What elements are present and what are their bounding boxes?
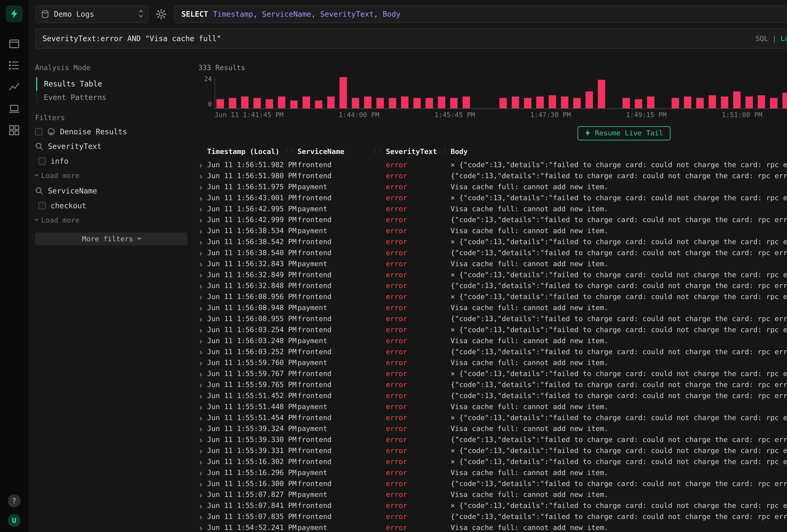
nav-dashboards-icon[interactable] — [7, 123, 21, 137]
table-row[interactable]: Jun 11 1:55:07.841 PMfrontenderror× {"co… — [198, 500, 787, 511]
row-expander-icon[interactable] — [198, 490, 207, 498]
table-row[interactable]: Jun 11 1:56:38.542 PMfrontenderror× {"co… — [198, 236, 787, 247]
row-expander-icon[interactable] — [198, 259, 207, 268]
table-row[interactable]: Jun 11 1:55:59.765 PMfrontenderror{"code… — [198, 379, 787, 390]
source-settings-button[interactable] — [154, 5, 169, 23]
table-row[interactable]: Jun 11 1:54:52.241 PMpaymenterrorVisa ca… — [198, 522, 787, 532]
row-expander-icon[interactable] — [198, 480, 207, 488]
help-button[interactable]: ? — [8, 494, 20, 507]
row-expander-icon[interactable] — [198, 523, 207, 532]
table-row[interactable]: Jun 11 1:55:39.324 PMpaymenterrorVisa ca… — [198, 423, 787, 434]
table-row[interactable]: Jun 11 1:56:42.999 PMfrontenderror{"code… — [198, 214, 787, 225]
row-expander-icon[interactable] — [198, 161, 207, 169]
row-expander-icon[interactable] — [198, 271, 207, 279]
row-expander-icon[interactable] — [198, 380, 207, 389]
row-expander-icon[interactable] — [198, 315, 207, 323]
filter-group-servicename[interactable]: ServiceName — [35, 187, 188, 195]
table-row[interactable]: Jun 11 1:55:51.448 PMpaymenterrorVisa ca… — [198, 401, 787, 412]
denoise-checkbox[interactable] — [35, 128, 42, 135]
table-row[interactable]: Jun 11 1:56:03.252 PMfrontenderror{"code… — [198, 346, 787, 357]
load-more-servicename[interactable]: Load more — [35, 216, 188, 224]
column-resize-handle-icon[interactable]: ⋮⋮ — [373, 147, 382, 154]
table-row[interactable]: Jun 11 1:56:32.849 PMfrontenderror× {"co… — [198, 269, 787, 280]
table-row[interactable]: Jun 11 1:55:39.330 PMfrontenderror{"code… — [198, 434, 787, 445]
row-expander-icon[interactable] — [198, 402, 207, 411]
load-more-severitytext[interactable]: Load more — [35, 171, 188, 180]
row-expander-icon[interactable] — [198, 369, 207, 378]
nav-sessions-icon[interactable] — [7, 102, 21, 115]
table-row[interactable]: Jun 11 1:55:16.296 PMpaymenterrorVisa ca… — [198, 467, 787, 478]
row-expander-icon[interactable] — [198, 194, 207, 202]
column-header-body[interactable]: Body — [451, 147, 787, 156]
row-expander-icon[interactable] — [198, 501, 207, 510]
histogram-bars[interactable] — [215, 78, 787, 109]
filter-option-info[interactable]: info — [35, 157, 188, 165]
table-row[interactable]: Jun 11 1:55:07.835 PMfrontenderror{"code… — [198, 511, 787, 522]
table-row[interactable]: Jun 11 1:56:03.254 PMfrontenderror× {"co… — [198, 324, 787, 335]
table-row[interactable]: Jun 11 1:56:43.001 PMfrontenderror× {"co… — [198, 192, 787, 203]
row-expander-icon[interactable] — [198, 446, 207, 455]
column-resize-handle-icon[interactable]: ⋮⋮ — [437, 147, 447, 154]
row-expander-icon[interactable] — [198, 237, 207, 246]
row-expander-icon[interactable] — [198, 512, 207, 521]
user-avatar[interactable]: U — [8, 514, 20, 527]
sql-mode-label[interactable]: SQL — [756, 34, 768, 43]
search-input[interactable]: SeverityText:error AND "Visa cache full"… — [35, 28, 787, 49]
table-row[interactable]: Jun 11 1:56:51.982 PMfrontenderror× {"co… — [198, 159, 787, 170]
table-row[interactable]: Jun 11 1:55:51.454 PMfrontenderror× {"co… — [198, 412, 787, 423]
row-expander-icon[interactable] — [198, 172, 207, 180]
row-expander-icon[interactable] — [198, 457, 207, 466]
row-expander-icon[interactable] — [198, 215, 207, 224]
source-select[interactable]: Demo Logs — [35, 5, 148, 23]
column-header-severitytext[interactable]: SeverityText⋮⋮ — [386, 147, 450, 156]
row-expander-icon[interactable] — [198, 413, 207, 422]
table-row[interactable]: Jun 11 1:56:38.540 PMfrontenderror{"code… — [198, 247, 787, 258]
table-row[interactable]: Jun 11 1:56:42.995 PMpaymenterrorVisa ca… — [198, 203, 787, 214]
table-row[interactable]: Jun 11 1:55:07.827 PMpaymenterrorVisa ca… — [198, 489, 787, 500]
table-row[interactable]: Jun 11 1:56:08.948 PMpaymenterrorVisa ca… — [198, 302, 787, 313]
resume-live-tail-button[interactable]: Resume Live Tail — [577, 126, 671, 141]
table-row[interactable]: Jun 11 1:56:32.848 PMfrontenderror{"code… — [198, 280, 787, 291]
denoise-results-toggle[interactable]: Denoise Results — [35, 127, 188, 136]
table-row[interactable]: Jun 11 1:56:08.956 PMfrontenderror× {"co… — [198, 291, 787, 302]
column-resize-handle-icon[interactable]: ⋮⋮ — [284, 147, 293, 154]
table-row[interactable]: Jun 11 1:55:59.760 PMpaymenterrorVisa ca… — [198, 357, 787, 368]
table-row[interactable]: Jun 11 1:56:08.955 PMfrontenderror{"code… — [198, 313, 787, 324]
table-row[interactable]: Jun 11 1:55:16.302 PMfrontenderror× {"co… — [198, 456, 787, 467]
table-row[interactable]: Jun 11 1:56:51.975 PMpaymenterrorVisa ca… — [198, 181, 787, 192]
row-expander-icon[interactable] — [198, 468, 207, 477]
row-expander-icon[interactable] — [198, 325, 207, 334]
table-row[interactable]: Jun 11 1:55:16.300 PMfrontenderror{"code… — [198, 478, 787, 489]
row-expander-icon[interactable] — [198, 281, 207, 290]
row-expander-icon[interactable] — [198, 337, 207, 345]
row-expander-icon[interactable] — [198, 303, 207, 312]
analysis-mode-results-table[interactable]: Results Table — [36, 77, 188, 91]
nav-chart-icon[interactable] — [7, 80, 21, 94]
table-row[interactable]: Jun 11 1:56:51.980 PMfrontenderror{"code… — [198, 170, 787, 181]
select-columns-input[interactable]: SELECT Timestamp, ServiceName, SeverityT… — [174, 5, 787, 23]
info-checkbox[interactable] — [38, 157, 46, 165]
nav-window-icon[interactable] — [7, 37, 21, 51]
table-row[interactable]: Jun 11 1:55:51.452 PMfrontenderror{"code… — [198, 390, 787, 401]
filter-option-checkout[interactable]: checkout — [35, 201, 188, 210]
row-expander-icon[interactable] — [198, 249, 207, 257]
table-row[interactable]: Jun 11 1:55:39.331 PMfrontenderror× {"co… — [198, 445, 787, 456]
table-row[interactable]: Jun 11 1:56:03.248 PMpaymenterrorVisa ca… — [198, 335, 787, 346]
lucene-mode-label[interactable]: Lucene — [781, 34, 787, 43]
checkout-checkbox[interactable] — [38, 202, 46, 209]
row-expander-icon[interactable] — [198, 183, 207, 191]
column-header-servicename[interactable]: ServiceName⋮⋮ — [297, 147, 386, 156]
table-row[interactable]: Jun 11 1:56:38.534 PMpaymenterrorVisa ca… — [198, 225, 787, 236]
table-row[interactable]: Jun 11 1:56:32.843 PMpaymenterrorVisa ca… — [198, 258, 787, 269]
row-expander-icon[interactable] — [198, 391, 207, 400]
row-expander-icon[interactable] — [198, 358, 207, 367]
column-header-timestamp[interactable]: Timestamp (Local)⋮⋮ — [207, 147, 297, 156]
row-expander-icon[interactable] — [198, 205, 207, 213]
app-logo[interactable] — [6, 5, 22, 22]
analysis-mode-event-patterns[interactable]: Event Patterns — [37, 91, 188, 104]
nav-logs-icon[interactable] — [7, 59, 21, 72]
row-expander-icon[interactable] — [198, 435, 207, 444]
row-expander-icon[interactable] — [198, 424, 207, 433]
row-expander-icon[interactable] — [198, 227, 207, 235]
search-mode-toggle[interactable]: SQL | Lucene — [756, 34, 787, 43]
